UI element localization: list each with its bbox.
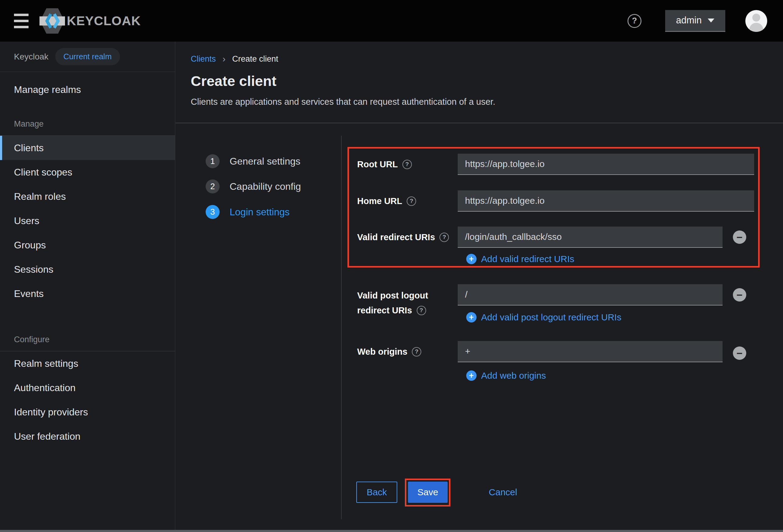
plus-icon: + (466, 371, 476, 381)
current-realm-badge: Current realm (55, 48, 120, 65)
root-url-input[interactable] (458, 154, 754, 175)
plus-icon: + (466, 312, 476, 322)
wizard-step-capability-config[interactable]: 2 Capability config (206, 180, 301, 193)
nav-group-label-configure: Configure (0, 335, 175, 344)
minus-icon: − (737, 231, 743, 243)
help-button[interactable]: ? (627, 14, 641, 28)
minus-icon: − (737, 347, 743, 359)
user-menu-button[interactable]: admin (665, 10, 725, 32)
sidebar: Keycloak Current realm Manage realms Man… (0, 41, 175, 532)
home-url-input[interactable] (458, 190, 754, 212)
keycloak-admin-console: KEYCLOAK ? admin Keycloak Current realm … (0, 0, 783, 532)
help-icon[interactable]: ? (402, 160, 412, 169)
wizard-step-general-settings[interactable]: 1 General settings (206, 154, 301, 168)
help-icon[interactable]: ? (412, 347, 421, 356)
remove-post-logout-uri-button[interactable]: − (733, 288, 746, 302)
help-icon[interactable]: ? (439, 232, 449, 242)
back-button[interactable]: Back (356, 481, 397, 503)
menu-toggle-button[interactable] (14, 14, 30, 28)
breadcrumb-separator-icon: › (223, 54, 226, 64)
nav-group-label-manage: Manage (0, 119, 175, 129)
main-content: Clients › Create client Create client Cl… (176, 41, 783, 532)
keycloak-logo-icon (39, 7, 65, 35)
hamburger-icon (14, 14, 29, 16)
horizontal-scrollbar[interactable] (0, 530, 783, 532)
sidebar-item-client-scopes[interactable]: Client scopes (0, 160, 175, 184)
page-subtitle: Clients are applications and services th… (191, 97, 495, 107)
valid-redirect-uri-input[interactable] (458, 226, 723, 248)
keycloak-logo[interactable]: KEYCLOAK (39, 7, 141, 35)
post-logout-redirect-uri-input[interactable] (458, 284, 723, 306)
caret-down-icon (708, 19, 714, 23)
page-header: Clients › Create client Create client Cl… (176, 41, 783, 123)
help-icon[interactable]: ? (407, 196, 416, 206)
question-icon: ? (632, 16, 637, 26)
add-valid-redirect-uris-link[interactable]: + Add valid redirect URIs (466, 254, 574, 264)
web-origins-input[interactable] (458, 341, 723, 362)
wizard-form-divider (341, 136, 342, 519)
sidebar-item-realm-roles[interactable]: Realm roles (0, 184, 175, 209)
realm-switcher[interactable]: Keycloak Current realm (0, 41, 175, 72)
field-label-web-origins: Web origins ? (357, 341, 421, 362)
step-label: Capability config (230, 181, 301, 192)
step-label: Login settings (230, 207, 289, 218)
sidebar-item-sessions[interactable]: Sessions (0, 257, 175, 281)
field-label-valid-redirect-uris: Valid redirect URIs ? (357, 226, 449, 248)
sidebar-item-groups[interactable]: Groups (0, 233, 175, 257)
page-title: Create client (191, 72, 276, 89)
user-menu-label: admin (676, 15, 701, 26)
wizard-step-login-settings[interactable]: 3 Login settings (206, 205, 289, 219)
sidebar-item-manage-realms[interactable]: Manage realms (0, 77, 175, 102)
step-number: 1 (206, 154, 220, 168)
sidebar-item-clients[interactable]: Clients (0, 136, 175, 160)
create-client-wizard: 1 General settings 2 Capability config 3… (176, 123, 783, 532)
cancel-link[interactable]: Cancel (486, 481, 520, 503)
add-post-logout-redirect-uris-link[interactable]: + Add valid post logout redirect URIs (466, 312, 621, 323)
remove-redirect-uri-button[interactable]: − (733, 230, 746, 244)
step-number: 2 (206, 180, 220, 193)
step-number: 3 (206, 205, 220, 219)
plus-icon: + (466, 254, 476, 264)
minus-icon: − (737, 289, 743, 301)
sidebar-item-users[interactable]: Users (0, 209, 175, 233)
step-label: General settings (230, 156, 301, 167)
sidebar-item-user-federation[interactable]: User federation (0, 424, 175, 448)
add-web-origins-link[interactable]: + Add web origins (466, 370, 546, 381)
help-icon[interactable]: ? (417, 306, 426, 315)
field-label-post-logout-line2: redirect URIs ? (357, 304, 426, 317)
breadcrumb: Clients › Create client (191, 54, 278, 64)
sidebar-item-authentication[interactable]: Authentication (0, 376, 175, 400)
realm-name: Keycloak (14, 52, 49, 62)
masthead-actions: ? admin (627, 10, 783, 32)
save-button[interactable]: Save (408, 481, 448, 503)
avatar-icon (752, 14, 760, 22)
brand-text: KEYCLOAK (67, 14, 141, 28)
sidebar-item-realm-settings[interactable]: Realm settings (0, 351, 175, 376)
breadcrumb-link-clients[interactable]: Clients (191, 54, 216, 64)
avatar[interactable] (745, 10, 767, 32)
field-label-post-logout-line1: Valid post logout (357, 289, 428, 302)
remove-web-origin-button[interactable]: − (733, 346, 746, 360)
breadcrumb-current: Create client (232, 54, 279, 64)
sidebar-item-events[interactable]: Events (0, 281, 175, 306)
masthead: KEYCLOAK ? admin (0, 0, 783, 41)
field-label-home-url: Home URL ? (357, 190, 416, 212)
field-label-root-url: Root URL ? (357, 154, 412, 175)
sidebar-item-identity-providers[interactable]: Identity providers (0, 400, 175, 424)
